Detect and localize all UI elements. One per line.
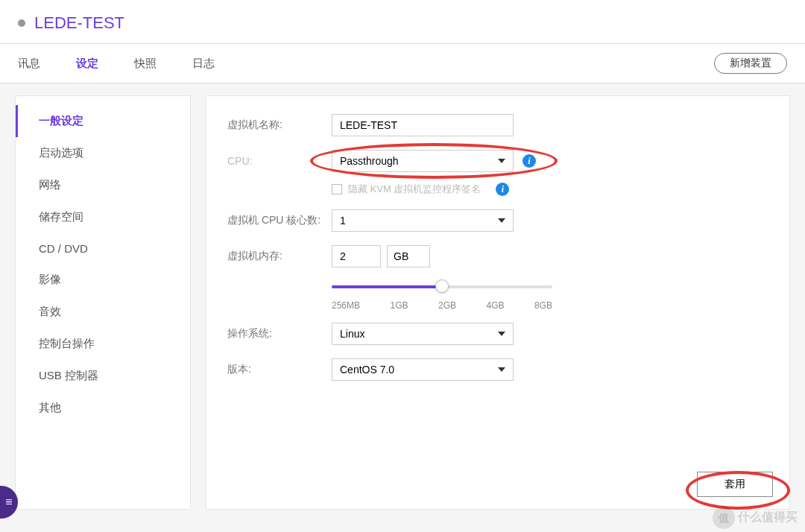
hide-kvm-label: 隐藏 KVM 虚拟机监控程序签名 xyxy=(348,183,481,196)
info-icon[interactable]: i xyxy=(523,154,536,168)
cpu-label: CPU: xyxy=(227,155,332,167)
menu-icon: ≡ xyxy=(5,495,12,509)
os-label: 操作系统: xyxy=(227,327,332,341)
slider-tick: 8GB xyxy=(534,300,552,311)
slider-fill xyxy=(332,285,442,288)
tab-info[interactable]: 讯息 xyxy=(18,57,40,71)
header: LEDE-TEST xyxy=(0,0,805,43)
vm-name-label: 虚拟机名称: xyxy=(227,118,332,132)
chevron-down-icon xyxy=(498,218,505,223)
sidebar-item-cd-dvd[interactable]: CD / DVD xyxy=(16,233,190,264)
sidebar-item-storage[interactable]: 储存空间 xyxy=(16,201,190,233)
memory-unit-select[interactable]: GB xyxy=(387,245,430,267)
sidebar-item-general[interactable]: 一般设定 xyxy=(16,105,190,137)
memory-slider[interactable] xyxy=(332,281,552,293)
chevron-down-icon xyxy=(498,159,505,163)
cpu-select[interactable]: Passthrough xyxy=(332,150,514,172)
vm-name-input[interactable] xyxy=(332,114,514,136)
memory-unit-value: GB xyxy=(394,250,408,262)
memory-label: 虚拟机内存: xyxy=(227,250,332,263)
watermark: 值什么值得买 xyxy=(713,507,798,529)
os-value: Linux xyxy=(340,328,364,340)
sidebar-item-console[interactable]: 控制台操作 xyxy=(16,328,190,360)
os-select[interactable]: Linux xyxy=(332,323,514,345)
hide-kvm-checkbox[interactable] xyxy=(332,184,342,194)
slider-labels: 256MB 1GB 2GB 4GB 8GB xyxy=(332,300,552,311)
version-select[interactable]: CentOS 7.0 xyxy=(332,358,514,381)
tabbar: 讯息 设定 快照 日志 新增装置 xyxy=(0,44,805,83)
slider-tick: 4GB xyxy=(486,300,504,311)
slider-tick: 256MB xyxy=(332,300,360,311)
sidebar-item-network[interactable]: 网络 xyxy=(16,169,190,201)
status-indicator-icon xyxy=(18,19,25,27)
sidebar-item-audio[interactable]: 音效 xyxy=(16,296,190,328)
settings-form: 虚拟机名称: CPU: Passthrough i 隐藏 KVM 虚拟机监控程序… xyxy=(206,95,790,510)
cores-value: 1 xyxy=(340,215,346,227)
sidebar-item-other[interactable]: 其他 xyxy=(16,392,190,424)
slider-thumb[interactable] xyxy=(435,279,449,293)
slider-tick: 2GB xyxy=(438,300,456,311)
version-label: 版本: xyxy=(227,363,332,376)
sidebar-item-usb[interactable]: USB 控制器 xyxy=(16,360,190,392)
cores-select[interactable]: 1 xyxy=(332,209,514,232)
page-title: LEDE-TEST xyxy=(34,13,124,33)
tab-snapshot[interactable]: 快照 xyxy=(134,57,157,71)
info-icon[interactable]: i xyxy=(496,183,509,196)
sidebar-item-image[interactable]: 影像 xyxy=(16,264,190,296)
add-device-button[interactable]: 新增装置 xyxy=(714,53,787,74)
sidebar-item-boot[interactable]: 启动选项 xyxy=(16,137,190,169)
chevron-down-icon xyxy=(498,332,505,336)
version-value: CentOS 7.0 xyxy=(340,364,394,376)
content: 一般设定 启动选项 网络 储存空间 CD / DVD 影像 音效 控制台操作 U… xyxy=(0,83,805,522)
slider-tick: 1GB xyxy=(391,300,408,311)
memory-input[interactable] xyxy=(332,245,381,267)
cores-label: 虚拟机 CPU 核心数: xyxy=(227,214,332,227)
watermark-logo-icon: 值 xyxy=(713,507,735,529)
chevron-down-icon xyxy=(498,367,505,372)
apply-button[interactable]: 套用 xyxy=(697,472,773,497)
cpu-value: Passthrough xyxy=(340,155,399,167)
tab-log[interactable]: 日志 xyxy=(192,57,215,71)
settings-sidebar: 一般设定 启动选项 网络 储存空间 CD / DVD 影像 音效 控制台操作 U… xyxy=(15,95,191,510)
tab-settings[interactable]: 设定 xyxy=(76,57,98,71)
